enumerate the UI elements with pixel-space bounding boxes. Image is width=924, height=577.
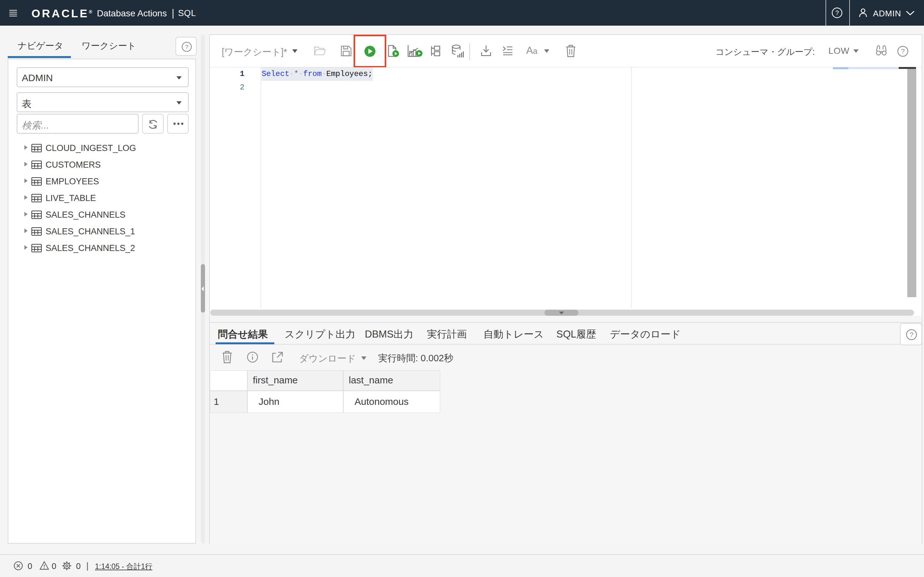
svg-text:?: ?	[835, 9, 838, 16]
svg-text:?: ?	[909, 331, 913, 338]
svg-text:?: ?	[901, 47, 905, 55]
svg-text:?: ?	[185, 44, 189, 50]
